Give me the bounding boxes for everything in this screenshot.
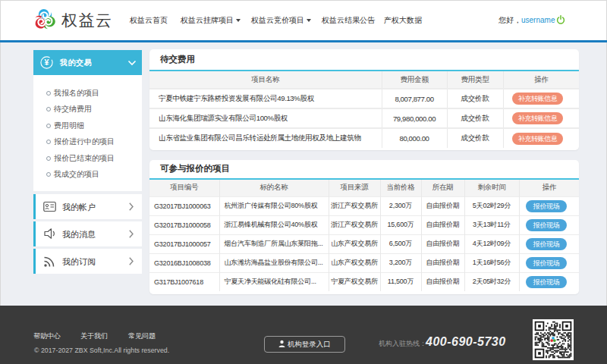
svg-text:¥: ¥ [45, 58, 49, 67]
